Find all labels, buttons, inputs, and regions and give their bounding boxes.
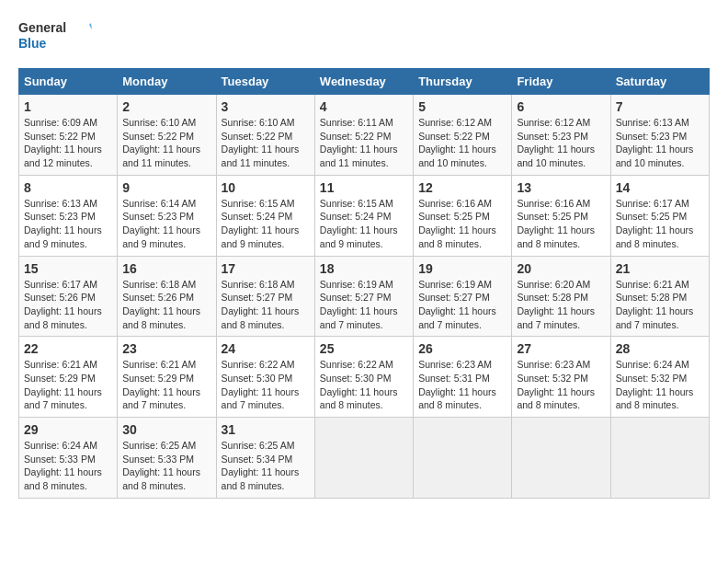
day-info: Sunrise: 6:25 AMSunset: 5:33 PMDaylight:… (122, 439, 210, 493)
day-number: 2 (122, 99, 210, 114)
day-number: 19 (418, 261, 506, 276)
logo: General Blue (18, 18, 92, 59)
svg-text:General: General (18, 20, 66, 35)
day-number: 11 (320, 180, 408, 195)
day-number: 5 (418, 99, 506, 114)
day-info: Sunrise: 6:12 AMSunset: 5:23 PMDaylight:… (517, 116, 605, 170)
day-info: Sunrise: 6:10 AMSunset: 5:22 PMDaylight:… (222, 116, 310, 170)
day-info: Sunrise: 6:11 AMSunset: 5:22 PMDaylight:… (320, 116, 408, 170)
calendar-header-row: SundayMondayTuesdayWednesdayThursdayFrid… (19, 69, 710, 95)
day-number: 27 (517, 341, 605, 356)
table-row: 19Sunrise: 6:19 AMSunset: 5:27 PMDayligh… (414, 256, 512, 337)
day-info: Sunrise: 6:12 AMSunset: 5:22 PMDaylight:… (418, 116, 506, 170)
table-row: 4Sunrise: 6:11 AMSunset: 5:22 PMDaylight… (314, 95, 413, 176)
table-row: 17Sunrise: 6:18 AMSunset: 5:27 PMDayligh… (216, 256, 314, 337)
day-info: Sunrise: 6:22 AMSunset: 5:30 PMDaylight:… (320, 358, 408, 412)
day-number: 1 (24, 99, 112, 114)
table-row: 2Sunrise: 6:10 AMSunset: 5:22 PMDaylight… (118, 95, 216, 176)
column-header-monday: Monday (118, 69, 216, 95)
table-row: 7Sunrise: 6:13 AMSunset: 5:23 PMDaylight… (610, 95, 709, 176)
table-row: 22Sunrise: 6:21 AMSunset: 5:29 PMDayligh… (19, 337, 118, 418)
day-number: 30 (122, 422, 210, 437)
day-number: 16 (122, 261, 210, 276)
table-row: 25Sunrise: 6:22 AMSunset: 5:30 PMDayligh… (314, 337, 413, 418)
day-info: Sunrise: 6:14 AMSunset: 5:23 PMDaylight:… (122, 197, 210, 251)
table-row: 31Sunrise: 6:25 AMSunset: 5:34 PMDayligh… (216, 418, 314, 499)
svg-marker-3 (89, 23, 92, 29)
day-info: Sunrise: 6:21 AMSunset: 5:28 PMDaylight:… (616, 278, 704, 332)
table-row: 24Sunrise: 6:22 AMSunset: 5:30 PMDayligh… (216, 337, 314, 418)
day-number: 24 (222, 341, 310, 356)
table-row: 16Sunrise: 6:18 AMSunset: 5:26 PMDayligh… (118, 256, 216, 337)
day-info: Sunrise: 6:24 AMSunset: 5:32 PMDaylight:… (616, 358, 704, 412)
day-info: Sunrise: 6:09 AMSunset: 5:22 PMDaylight:… (24, 116, 112, 170)
day-info: Sunrise: 6:19 AMSunset: 5:27 PMDaylight:… (320, 278, 408, 332)
table-row: 6Sunrise: 6:12 AMSunset: 5:23 PMDaylight… (512, 95, 610, 176)
day-number: 31 (222, 422, 310, 437)
day-info: Sunrise: 6:19 AMSunset: 5:27 PMDaylight:… (418, 278, 506, 332)
table-row: 8Sunrise: 6:13 AMSunset: 5:23 PMDaylight… (19, 175, 118, 256)
day-number: 29 (24, 422, 112, 437)
column-header-wednesday: Wednesday (314, 69, 413, 95)
table-row: 10Sunrise: 6:15 AMSunset: 5:24 PMDayligh… (216, 175, 314, 256)
table-row (610, 418, 709, 499)
day-number: 26 (418, 341, 506, 356)
table-row: 14Sunrise: 6:17 AMSunset: 5:25 PMDayligh… (610, 175, 709, 256)
table-row: 3Sunrise: 6:10 AMSunset: 5:22 PMDaylight… (216, 95, 314, 176)
logo-svg: General Blue (18, 18, 92, 55)
column-header-sunday: Sunday (19, 69, 118, 95)
logo-container: General Blue (18, 18, 92, 59)
calendar-week-row: 8Sunrise: 6:13 AMSunset: 5:23 PMDaylight… (19, 175, 710, 256)
table-row: 30Sunrise: 6:25 AMSunset: 5:33 PMDayligh… (118, 418, 216, 499)
column-header-friday: Friday (512, 69, 610, 95)
column-header-saturday: Saturday (610, 69, 709, 95)
calendar-week-row: 29Sunrise: 6:24 AMSunset: 5:33 PMDayligh… (19, 418, 710, 499)
day-info: Sunrise: 6:23 AMSunset: 5:31 PMDaylight:… (418, 358, 506, 412)
table-row: 20Sunrise: 6:20 AMSunset: 5:28 PMDayligh… (512, 256, 610, 337)
day-info: Sunrise: 6:24 AMSunset: 5:33 PMDaylight:… (24, 439, 112, 493)
day-info: Sunrise: 6:17 AMSunset: 5:25 PMDaylight:… (616, 197, 704, 251)
day-number: 25 (320, 341, 408, 356)
day-info: Sunrise: 6:22 AMSunset: 5:30 PMDaylight:… (222, 358, 310, 412)
table-row: 1Sunrise: 6:09 AMSunset: 5:22 PMDaylight… (19, 95, 118, 176)
day-info: Sunrise: 6:18 AMSunset: 5:26 PMDaylight:… (122, 278, 210, 332)
day-number: 28 (616, 341, 704, 356)
day-number: 22 (24, 341, 112, 356)
day-info: Sunrise: 6:23 AMSunset: 5:32 PMDaylight:… (517, 358, 605, 412)
day-number: 9 (122, 180, 210, 195)
table-row: 13Sunrise: 6:16 AMSunset: 5:25 PMDayligh… (512, 175, 610, 256)
table-row: 11Sunrise: 6:15 AMSunset: 5:24 PMDayligh… (314, 175, 413, 256)
day-number: 12 (418, 180, 506, 195)
table-row (414, 418, 512, 499)
table-row: 15Sunrise: 6:17 AMSunset: 5:26 PMDayligh… (19, 256, 118, 337)
day-number: 20 (517, 261, 605, 276)
table-row: 18Sunrise: 6:19 AMSunset: 5:27 PMDayligh… (314, 256, 413, 337)
day-number: 7 (616, 99, 704, 114)
day-number: 17 (222, 261, 310, 276)
day-number: 3 (222, 99, 310, 114)
day-number: 6 (517, 99, 605, 114)
page-header: General Blue (18, 18, 710, 59)
day-number: 21 (616, 261, 704, 276)
day-number: 10 (222, 180, 310, 195)
day-number: 23 (122, 341, 210, 356)
day-info: Sunrise: 6:18 AMSunset: 5:27 PMDaylight:… (222, 278, 310, 332)
table-row: 12Sunrise: 6:16 AMSunset: 5:25 PMDayligh… (414, 175, 512, 256)
day-number: 13 (517, 180, 605, 195)
day-number: 8 (24, 180, 112, 195)
table-row: 29Sunrise: 6:24 AMSunset: 5:33 PMDayligh… (19, 418, 118, 499)
svg-text:Blue: Blue (18, 36, 47, 51)
table-row: 27Sunrise: 6:23 AMSunset: 5:32 PMDayligh… (512, 337, 610, 418)
day-info: Sunrise: 6:17 AMSunset: 5:26 PMDaylight:… (24, 278, 112, 332)
table-row: 26Sunrise: 6:23 AMSunset: 5:31 PMDayligh… (414, 337, 512, 418)
day-info: Sunrise: 6:15 AMSunset: 5:24 PMDaylight:… (222, 197, 310, 251)
day-number: 4 (320, 99, 408, 114)
column-header-thursday: Thursday (414, 69, 512, 95)
day-info: Sunrise: 6:10 AMSunset: 5:22 PMDaylight:… (122, 116, 210, 170)
day-number: 15 (24, 261, 112, 276)
day-info: Sunrise: 6:20 AMSunset: 5:28 PMDaylight:… (517, 278, 605, 332)
table-row: 5Sunrise: 6:12 AMSunset: 5:22 PMDaylight… (414, 95, 512, 176)
day-info: Sunrise: 6:13 AMSunset: 5:23 PMDaylight:… (24, 197, 112, 251)
day-number: 14 (616, 180, 704, 195)
day-info: Sunrise: 6:16 AMSunset: 5:25 PMDaylight:… (418, 197, 506, 251)
